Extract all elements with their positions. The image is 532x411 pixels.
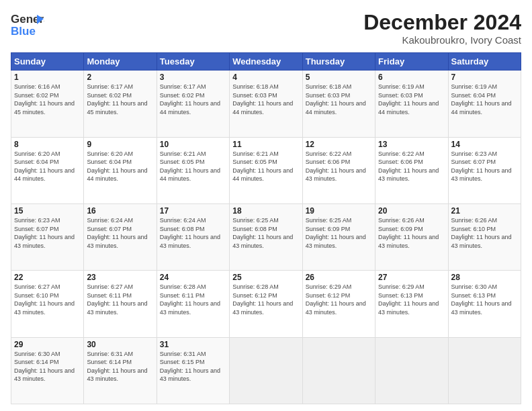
day-number: 12 bbox=[306, 140, 372, 149]
calendar-cell: 5Sunrise: 6:18 AMSunset: 6:03 PMDaylight… bbox=[302, 71, 375, 137]
day-info: Sunrise: 6:28 AMSunset: 6:11 PMDaylight:… bbox=[160, 283, 226, 316]
header-thursday: Thursday bbox=[302, 53, 375, 71]
calendar-cell: 9Sunrise: 6:20 AMSunset: 6:04 PMDaylight… bbox=[84, 137, 157, 203]
header-saturday: Saturday bbox=[448, 53, 521, 71]
header-sunday: Sunday bbox=[11, 53, 84, 71]
day-number: 18 bbox=[232, 206, 299, 216]
day-info: Sunrise: 6:20 AMSunset: 6:04 PMDaylight:… bbox=[87, 150, 153, 183]
calendar-cell: 30Sunrise: 6:31 AMSunset: 6:14 PMDayligh… bbox=[84, 337, 157, 404]
day-number: 29 bbox=[14, 340, 81, 349]
calendar-cell: 12Sunrise: 6:22 AMSunset: 6:06 PMDayligh… bbox=[302, 137, 375, 203]
day-info: Sunrise: 6:24 AMSunset: 6:07 PMDaylight:… bbox=[87, 216, 153, 250]
day-number: 8 bbox=[14, 140, 81, 149]
svg-text:Blue: Blue bbox=[11, 25, 36, 38]
day-number: 21 bbox=[451, 206, 518, 216]
calendar-cell: 13Sunrise: 6:22 AMSunset: 6:06 PMDayligh… bbox=[375, 137, 448, 203]
day-number: 10 bbox=[160, 140, 226, 149]
week-row-5: 29Sunrise: 6:30 AMSunset: 6:14 PMDayligh… bbox=[11, 337, 521, 404]
day-info: Sunrise: 6:25 AMSunset: 6:08 PMDaylight:… bbox=[232, 216, 299, 250]
day-info: Sunrise: 6:27 AMSunset: 6:10 PMDaylight:… bbox=[14, 283, 81, 316]
calendar-cell bbox=[230, 337, 302, 404]
day-info: Sunrise: 6:17 AMSunset: 6:02 PMDaylight:… bbox=[160, 83, 226, 116]
day-info: Sunrise: 6:25 AMSunset: 6:09 PMDaylight:… bbox=[306, 216, 372, 250]
day-info: Sunrise: 6:30 AMSunset: 6:14 PMDaylight:… bbox=[14, 350, 81, 383]
day-number: 26 bbox=[306, 273, 372, 282]
day-info: Sunrise: 6:28 AMSunset: 6:12 PMDaylight:… bbox=[232, 283, 299, 316]
day-info: Sunrise: 6:18 AMSunset: 6:03 PMDaylight:… bbox=[306, 83, 372, 116]
day-info: Sunrise: 6:17 AMSunset: 6:02 PMDaylight:… bbox=[87, 83, 153, 116]
day-info: Sunrise: 6:26 AMSunset: 6:09 PMDaylight:… bbox=[378, 216, 445, 250]
calendar-cell: 23Sunrise: 6:27 AMSunset: 6:11 PMDayligh… bbox=[84, 271, 157, 337]
calendar-cell: 6Sunrise: 6:19 AMSunset: 6:03 PMDaylight… bbox=[375, 71, 448, 137]
header-tuesday: Tuesday bbox=[157, 53, 229, 71]
day-number: 28 bbox=[451, 273, 518, 282]
day-number: 7 bbox=[451, 73, 518, 82]
calendar-cell bbox=[375, 337, 448, 404]
calendar-cell: 25Sunrise: 6:28 AMSunset: 6:12 PMDayligh… bbox=[230, 271, 302, 337]
calendar-cell: 27Sunrise: 6:29 AMSunset: 6:13 PMDayligh… bbox=[375, 271, 448, 337]
week-row-1: 1Sunrise: 6:16 AMSunset: 6:02 PMDaylight… bbox=[11, 71, 521, 137]
day-number: 24 bbox=[160, 273, 226, 282]
calendar-cell: 16Sunrise: 6:24 AMSunset: 6:07 PMDayligh… bbox=[84, 203, 157, 270]
calendar-cell: 8Sunrise: 6:20 AMSunset: 6:04 PMDaylight… bbox=[11, 137, 84, 203]
calendar-cell: 2Sunrise: 6:17 AMSunset: 6:02 PMDaylight… bbox=[84, 71, 157, 137]
location: Kakoubroukro, Ivory Coast bbox=[363, 34, 521, 46]
day-info: Sunrise: 6:21 AMSunset: 6:05 PMDaylight:… bbox=[232, 150, 299, 183]
calendar-cell: 31Sunrise: 6:31 AMSunset: 6:15 PMDayligh… bbox=[157, 337, 229, 404]
day-info: Sunrise: 6:20 AMSunset: 6:04 PMDaylight:… bbox=[14, 150, 81, 183]
calendar-cell: 7Sunrise: 6:19 AMSunset: 6:04 PMDaylight… bbox=[448, 71, 521, 137]
day-info: Sunrise: 6:23 AMSunset: 6:07 PMDaylight:… bbox=[14, 216, 81, 250]
calendar-cell: 28Sunrise: 6:30 AMSunset: 6:13 PMDayligh… bbox=[448, 271, 521, 337]
day-number: 9 bbox=[87, 140, 153, 149]
week-row-2: 8Sunrise: 6:20 AMSunset: 6:04 PMDaylight… bbox=[11, 137, 521, 203]
day-number: 16 bbox=[87, 206, 153, 216]
calendar-cell bbox=[302, 337, 375, 404]
calendar-cell: 22Sunrise: 6:27 AMSunset: 6:10 PMDayligh… bbox=[11, 271, 84, 337]
calendar-cell: 1Sunrise: 6:16 AMSunset: 6:02 PMDaylight… bbox=[11, 71, 84, 137]
day-number: 15 bbox=[14, 206, 81, 216]
calendar-cell: 3Sunrise: 6:17 AMSunset: 6:02 PMDaylight… bbox=[157, 71, 229, 137]
day-info: Sunrise: 6:27 AMSunset: 6:11 PMDaylight:… bbox=[87, 283, 153, 316]
month-year: December 2024 bbox=[363, 11, 521, 34]
calendar-header-row: SundayMondayTuesdayWednesdayThursdayFrid… bbox=[11, 53, 521, 71]
day-info: Sunrise: 6:21 AMSunset: 6:05 PMDaylight:… bbox=[160, 150, 226, 183]
day-number: 27 bbox=[378, 273, 445, 282]
calendar-cell: 14Sunrise: 6:23 AMSunset: 6:07 PMDayligh… bbox=[448, 137, 521, 203]
day-number: 1 bbox=[14, 73, 81, 82]
calendar-cell: 15Sunrise: 6:23 AMSunset: 6:07 PMDayligh… bbox=[11, 203, 84, 270]
header-monday: Monday bbox=[84, 53, 157, 71]
day-info: Sunrise: 6:19 AMSunset: 6:04 PMDaylight:… bbox=[451, 83, 518, 116]
page-container: General Blue December 2024 Kakoubroukro,… bbox=[0, 0, 532, 411]
day-number: 17 bbox=[160, 206, 226, 216]
day-info: Sunrise: 6:31 AMSunset: 6:14 PMDaylight:… bbox=[87, 350, 153, 383]
calendar-cell: 17Sunrise: 6:24 AMSunset: 6:08 PMDayligh… bbox=[157, 203, 229, 270]
day-number: 4 bbox=[232, 73, 299, 82]
week-row-3: 15Sunrise: 6:23 AMSunset: 6:07 PMDayligh… bbox=[11, 203, 521, 270]
calendar-cell: 4Sunrise: 6:18 AMSunset: 6:03 PMDaylight… bbox=[230, 71, 302, 137]
day-number: 3 bbox=[160, 73, 226, 82]
day-number: 13 bbox=[378, 140, 445, 149]
day-number: 5 bbox=[306, 73, 372, 82]
calendar-cell: 29Sunrise: 6:30 AMSunset: 6:14 PMDayligh… bbox=[11, 337, 84, 404]
calendar-cell: 24Sunrise: 6:28 AMSunset: 6:11 PMDayligh… bbox=[157, 271, 229, 337]
day-info: Sunrise: 6:31 AMSunset: 6:15 PMDaylight:… bbox=[160, 350, 226, 383]
calendar-body: 1Sunrise: 6:16 AMSunset: 6:02 PMDaylight… bbox=[11, 71, 521, 404]
day-info: Sunrise: 6:30 AMSunset: 6:13 PMDaylight:… bbox=[451, 283, 518, 316]
day-info: Sunrise: 6:18 AMSunset: 6:03 PMDaylight:… bbox=[232, 83, 299, 116]
day-info: Sunrise: 6:22 AMSunset: 6:06 PMDaylight:… bbox=[378, 150, 445, 183]
calendar-cell: 10Sunrise: 6:21 AMSunset: 6:05 PMDayligh… bbox=[157, 137, 229, 203]
calendar-table: SundayMondayTuesdayWednesdayThursdayFrid… bbox=[11, 52, 521, 404]
day-number: 6 bbox=[378, 73, 445, 82]
day-info: Sunrise: 6:22 AMSunset: 6:06 PMDaylight:… bbox=[306, 150, 372, 183]
header-friday: Friday bbox=[375, 53, 448, 71]
day-number: 2 bbox=[87, 73, 153, 82]
day-number: 25 bbox=[232, 273, 299, 282]
header: General Blue December 2024 Kakoubroukro,… bbox=[11, 11, 521, 46]
calendar-cell: 18Sunrise: 6:25 AMSunset: 6:08 PMDayligh… bbox=[230, 203, 302, 270]
day-info: Sunrise: 6:24 AMSunset: 6:08 PMDaylight:… bbox=[160, 216, 226, 250]
day-info: Sunrise: 6:23 AMSunset: 6:07 PMDaylight:… bbox=[451, 150, 518, 183]
day-number: 14 bbox=[451, 140, 518, 149]
week-row-4: 22Sunrise: 6:27 AMSunset: 6:10 PMDayligh… bbox=[11, 271, 521, 337]
day-info: Sunrise: 6:29 AMSunset: 6:13 PMDaylight:… bbox=[378, 283, 445, 316]
calendar-cell: 26Sunrise: 6:29 AMSunset: 6:12 PMDayligh… bbox=[302, 271, 375, 337]
